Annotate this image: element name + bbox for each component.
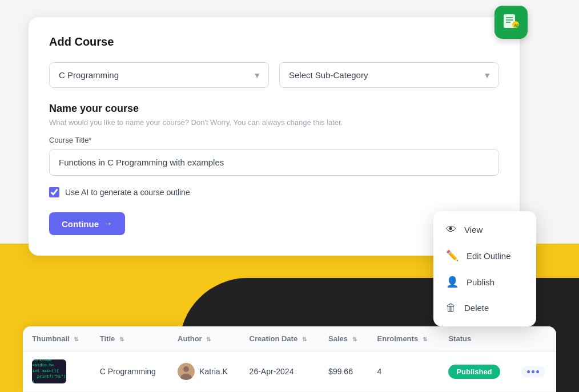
cell-enrolments: 4	[368, 351, 440, 392]
context-menu-view[interactable]: 👁 View	[433, 217, 536, 243]
arrow-icon: →	[103, 219, 112, 229]
thumbnail-code: #include <stdio.h> int main(){ printf("h…	[32, 359, 66, 383]
cell-sales: $99.66	[319, 351, 368, 392]
author-cell: Katria.K	[178, 363, 231, 380]
col-thumbnail: Thumbnail ⇅	[23, 326, 91, 351]
col-title: Title ⇅	[91, 326, 168, 351]
thumbnail-image: #include <stdio.h> int main(){ printf("h…	[32, 359, 66, 383]
col-creation-date: Creation Date ⇅	[240, 326, 319, 351]
course-title-input[interactable]	[49, 149, 499, 176]
publish-icon: 👤	[446, 276, 459, 288]
svg-point-7	[183, 366, 189, 372]
context-menu-view-label: View	[464, 225, 482, 235]
context-menu-publish[interactable]: 👤 Publish	[433, 269, 536, 295]
courses-table: Thumbnail ⇅ Title ⇅ Author ⇅ Creation Da…	[23, 326, 556, 392]
context-menu-publish-label: Publish	[467, 277, 494, 287]
card-title: Add Course	[49, 35, 499, 49]
context-menu-edit-outline[interactable]: ✏️ Edit Outline	[433, 243, 536, 269]
creation-sort-icon: ⇅	[302, 336, 307, 342]
svg-text:AI: AI	[514, 23, 518, 28]
context-menu-delete[interactable]: 🗑 Delete	[433, 295, 536, 321]
ai-icon: AI	[502, 12, 520, 33]
ai-checkbox-label: Use AI to generate a course outline	[65, 188, 190, 197]
thumbnail-sort-icon: ⇅	[74, 336, 78, 342]
subcategory-dropdown[interactable]: Select Sub-Category	[279, 62, 499, 88]
col-sales: Sales ⇅	[319, 326, 368, 351]
title-sort-icon: ⇅	[119, 336, 124, 342]
cell-title: C Programming	[91, 351, 168, 392]
course-title-label: Course Title*	[49, 136, 499, 144]
enrolments-sort-icon: ⇅	[423, 336, 427, 342]
continue-label: Continue	[62, 219, 99, 229]
courses-table-container: Thumbnail ⇅ Title ⇅ Author ⇅ Creation Da…	[23, 326, 556, 392]
cell-thumbnail: #include <stdio.h> int main(){ printf("h…	[23, 351, 91, 392]
ai-tool-button[interactable]: AI	[494, 6, 528, 39]
dropdown-row: C Programming ▼ Select Sub-Category ▼	[49, 62, 499, 88]
category-dropdown[interactable]: C Programming	[49, 62, 269, 88]
delete-icon: 🗑	[446, 302, 456, 314]
cell-actions	[512, 351, 556, 392]
eye-icon: 👁	[446, 224, 456, 236]
dot3	[536, 370, 539, 373]
subcategory-dropdown-wrapper: Select Sub-Category ▼	[279, 62, 499, 88]
cell-status: Published	[439, 351, 512, 392]
table-header-row: Thumbnail ⇅ Title ⇅ Author ⇅ Creation Da…	[23, 326, 556, 351]
status-badge: Published	[448, 365, 500, 379]
context-menu: 👁 View ✏️ Edit Outline 👤 Publish 🗑 Delet…	[433, 211, 536, 326]
table-row: #include <stdio.h> int main(){ printf("h…	[23, 351, 556, 392]
edit-icon: ✏️	[446, 249, 459, 262]
context-menu-edit-label: Edit Outline	[467, 251, 511, 261]
col-enrolments: Enrolments ⇅	[368, 326, 440, 351]
col-status: Status	[439, 326, 512, 351]
more-actions-button[interactable]	[521, 366, 545, 377]
name-section-title: Name your course	[49, 103, 499, 115]
author-name: Katria.K	[199, 367, 228, 376]
category-dropdown-wrapper: C Programming ▼	[49, 62, 269, 88]
dot1	[527, 370, 530, 373]
col-author: Author ⇅	[168, 326, 240, 351]
cell-creation-date: 26-Apr-2024	[240, 351, 319, 392]
ai-checkbox-row: Use AI to generate a course outline	[49, 187, 499, 197]
sales-sort-icon: ⇅	[352, 336, 357, 342]
dot2	[532, 370, 534, 373]
ai-checkbox[interactable]	[49, 187, 59, 197]
col-actions	[512, 326, 556, 351]
name-section-sub: What would you like to name your course?…	[49, 118, 499, 127]
context-menu-delete-label: Delete	[464, 303, 489, 313]
author-sort-icon: ⇅	[206, 336, 211, 342]
cell-author: Katria.K	[168, 351, 240, 392]
continue-button[interactable]: Continue →	[49, 212, 125, 235]
avatar	[178, 363, 195, 380]
